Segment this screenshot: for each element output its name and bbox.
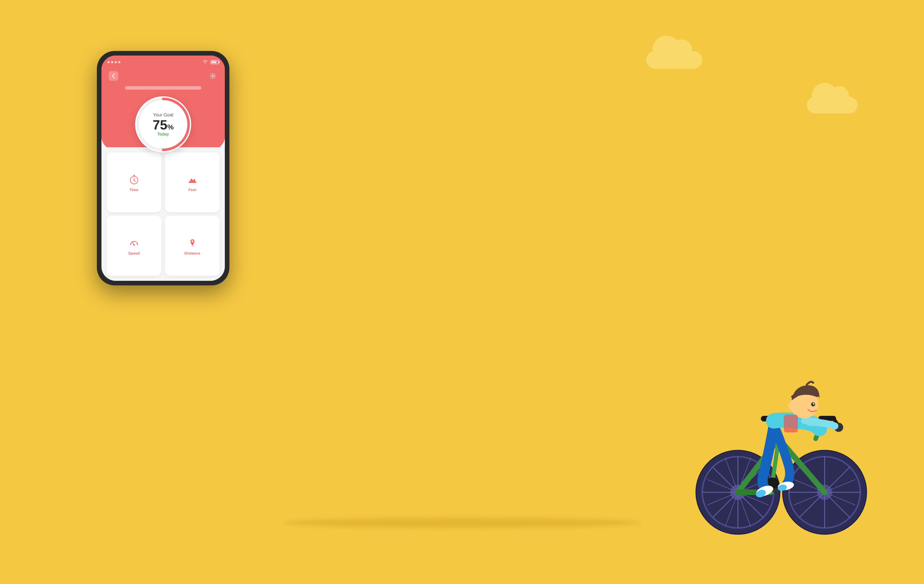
phone-body: Your Goal 75% Today Ti: [97, 51, 229, 285]
status-dot-1: [107, 61, 110, 63]
stat-label-feet: Feet: [188, 188, 196, 192]
stat-label-speed: Speed: [128, 251, 140, 255]
cyclist-svg: [674, 347, 878, 538]
status-dot-4: [118, 61, 120, 63]
stat-card-speed[interactable]: Speed: [107, 216, 161, 276]
ground-shadow: [284, 518, 640, 528]
cyclist-illustration: [674, 347, 878, 538]
goal-circle-wrapper: Your Goal 75% Today: [135, 96, 191, 152]
phone-mockup: Your Goal 75% Today Ti: [97, 51, 229, 285]
location-icon: [187, 237, 198, 248]
svg-point-4: [134, 179, 135, 181]
settings-button[interactable]: [208, 71, 218, 81]
cloud-right: [807, 97, 858, 114]
svg-point-39: [789, 402, 795, 410]
svg-point-0: [212, 75, 214, 77]
status-bar: [101, 56, 225, 69]
wifi-icon: [202, 59, 208, 65]
stat-label-distance: Distance: [184, 251, 200, 255]
nav-bar: [101, 69, 225, 83]
speedometer-icon: [129, 237, 140, 248]
status-dot-3: [115, 61, 117, 63]
svg-point-5: [133, 244, 135, 246]
mountain-icon: [187, 174, 198, 185]
stat-card-distance[interactable]: Distance: [165, 216, 220, 276]
stat-card-feet[interactable]: Feet: [165, 152, 220, 212]
stat-label-time: Time: [129, 188, 139, 192]
status-dot-2: [111, 61, 113, 63]
svg-point-7: [191, 246, 194, 247]
battery-icon: [211, 60, 219, 64]
goal-label: Your Goal: [153, 112, 173, 118]
stopwatch-icon: [129, 174, 140, 185]
status-dots: [107, 61, 120, 63]
goal-value: 75%: [153, 118, 174, 132]
search-bar: [125, 86, 201, 90]
stats-grid: Time Feet: [101, 147, 225, 281]
svg-point-6: [191, 240, 193, 242]
goal-circle: Your Goal 75% Today: [135, 96, 191, 152]
goal-sublabel: Today: [157, 132, 169, 137]
cloud-top-right: [646, 51, 702, 69]
svg-rect-40: [784, 415, 798, 433]
back-button[interactable]: [109, 71, 118, 81]
svg-point-38: [813, 403, 814, 405]
phone-screen: Your Goal 75% Today Ti: [101, 56, 225, 281]
stat-card-time[interactable]: Time: [107, 152, 161, 212]
